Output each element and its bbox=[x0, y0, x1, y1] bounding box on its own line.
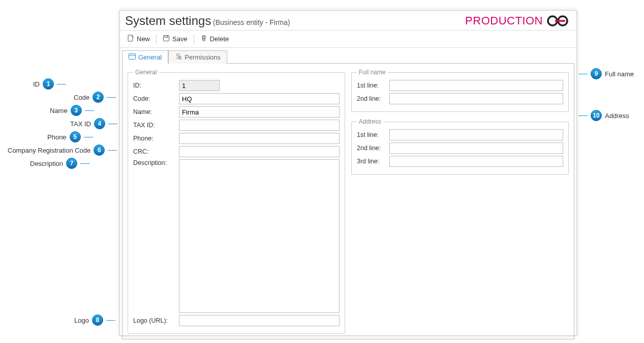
callout-5-label: Phone bbox=[47, 133, 67, 141]
fullname-line2-label: 2nd line: bbox=[357, 95, 389, 102]
address-legend: Address bbox=[357, 118, 383, 125]
callout-7: Description 7 bbox=[30, 158, 89, 169]
callout-8-label: Logo bbox=[74, 317, 89, 324]
callout-2: Code 2 bbox=[74, 92, 116, 103]
callout-line bbox=[108, 124, 117, 124]
svg-rect-6 bbox=[167, 36, 167, 37]
tab-general[interactable]: General bbox=[122, 50, 168, 64]
address-line1-label: 1st line: bbox=[357, 131, 389, 138]
description-label: Description: bbox=[133, 159, 179, 166]
fullname-line1-field[interactable] bbox=[389, 80, 563, 91]
svg-rect-3 bbox=[128, 35, 133, 41]
new-label: New bbox=[137, 35, 150, 43]
delete-label: Delete bbox=[210, 35, 229, 43]
callout-bubble: 3 bbox=[71, 105, 82, 116]
title-group: System settings (Business entity - Firma… bbox=[125, 14, 290, 28]
row-address-line3: 3rd line: bbox=[357, 156, 563, 167]
callout-bubble: 4 bbox=[94, 118, 105, 129]
callout-4-label: TAX ID bbox=[70, 120, 91, 128]
row-fullname-line1: 1st line: bbox=[357, 80, 563, 91]
row-name: Name: bbox=[133, 106, 340, 118]
settings-window: System settings (Business entity - Firma… bbox=[119, 10, 577, 336]
id-label: ID: bbox=[133, 82, 179, 89]
callout-bubble: 1 bbox=[43, 78, 54, 90]
callout-line bbox=[108, 150, 117, 151]
crc-label: CRC: bbox=[133, 148, 179, 155]
callout-line bbox=[578, 74, 588, 74]
callout-6: Company Registration Code 6 bbox=[8, 145, 117, 156]
page-subtitle: (Business entity - Firma) bbox=[213, 18, 290, 26]
fullname-line2-field[interactable] bbox=[389, 93, 563, 104]
callout-10-label: Address bbox=[605, 112, 629, 120]
address-line1-field[interactable] bbox=[389, 129, 563, 140]
titlebar: System settings (Business entity - Firma… bbox=[120, 11, 576, 31]
id-field bbox=[179, 80, 220, 91]
callout-9: 9 Full name bbox=[578, 68, 634, 79]
logo-field[interactable] bbox=[179, 315, 340, 326]
name-field[interactable] bbox=[179, 106, 340, 118]
svg-rect-7 bbox=[129, 53, 136, 59]
callout-line bbox=[57, 84, 66, 84]
tabs: General Permissions bbox=[120, 50, 576, 63]
address-line2-label: 2nd line: bbox=[357, 145, 389, 152]
callout-line bbox=[106, 320, 115, 321]
row-address-line1: 1st line: bbox=[357, 129, 563, 140]
callout-line bbox=[85, 110, 94, 111]
description-field[interactable] bbox=[179, 159, 340, 313]
address-fieldset: Address 1st line: 2nd line: 3rd line: bbox=[351, 118, 569, 175]
callout-bubble: 8 bbox=[92, 315, 103, 326]
new-button[interactable]: New bbox=[123, 33, 154, 45]
row-crc: CRC: bbox=[133, 146, 340, 157]
address-line3-label: 3rd line: bbox=[357, 158, 389, 165]
tab-permissions[interactable]: Permissions bbox=[168, 50, 227, 64]
code-field[interactable] bbox=[179, 93, 340, 104]
delete-button[interactable]: Delete bbox=[196, 33, 233, 45]
phone-label: Phone: bbox=[133, 135, 179, 142]
page-title: System settings bbox=[125, 14, 211, 27]
save-label: Save bbox=[172, 35, 188, 43]
trash-icon bbox=[200, 35, 207, 43]
callout-line bbox=[578, 116, 588, 116]
taxid-label: TAX ID: bbox=[133, 122, 179, 129]
callout-3: Name 3 bbox=[50, 105, 94, 116]
tab-permissions-label: Permissions bbox=[185, 53, 221, 61]
save-button[interactable]: Save bbox=[159, 33, 192, 45]
row-fullname-line2: 2nd line: bbox=[357, 93, 563, 104]
address-line2-field[interactable] bbox=[389, 142, 563, 154]
general-icon bbox=[129, 53, 136, 61]
fullname-line1-label: 1st line: bbox=[357, 82, 389, 89]
callout-6-label: Company Registration Code bbox=[8, 147, 90, 154]
new-icon bbox=[127, 35, 134, 43]
row-description: Description: bbox=[133, 159, 340, 313]
left-column: General ID: Code: Name: TAX ID: bbox=[128, 69, 345, 334]
callout-bubble: 7 bbox=[66, 158, 77, 169]
row-logo: Logo (URL): bbox=[133, 315, 340, 326]
toolbar: New Save Delete bbox=[120, 31, 576, 48]
callout-bubble: 5 bbox=[70, 131, 81, 142]
logo-label: Logo (URL): bbox=[133, 317, 179, 324]
callout-bubble: 6 bbox=[94, 145, 105, 156]
toolbar-separator bbox=[194, 35, 194, 44]
brand-text: PRODUCTION bbox=[465, 14, 543, 27]
crc-field[interactable] bbox=[179, 146, 340, 157]
callout-bubble: 10 bbox=[591, 110, 602, 121]
phone-field[interactable] bbox=[179, 133, 340, 144]
toolbar-separator bbox=[156, 35, 157, 44]
row-phone: Phone: bbox=[133, 133, 340, 144]
taxid-field[interactable] bbox=[179, 120, 340, 131]
svg-rect-5 bbox=[165, 36, 168, 38]
address-line3-field[interactable] bbox=[389, 156, 563, 167]
callout-line bbox=[80, 163, 89, 164]
row-address-line2: 2nd line: bbox=[357, 142, 563, 154]
callout-line bbox=[84, 137, 93, 137]
row-taxid: TAX ID: bbox=[133, 120, 340, 131]
callout-8: Logo 8 bbox=[74, 315, 115, 326]
general-fieldset: General ID: Code: Name: TAX ID: bbox=[128, 69, 345, 334]
callout-line bbox=[107, 97, 116, 98]
callout-9-label: Full name bbox=[605, 70, 634, 78]
save-icon bbox=[163, 35, 170, 43]
brand-logo-icon bbox=[546, 14, 570, 27]
row-id: ID: bbox=[133, 80, 340, 91]
callout-bubble: 9 bbox=[591, 68, 602, 79]
svg-rect-4 bbox=[164, 36, 169, 41]
